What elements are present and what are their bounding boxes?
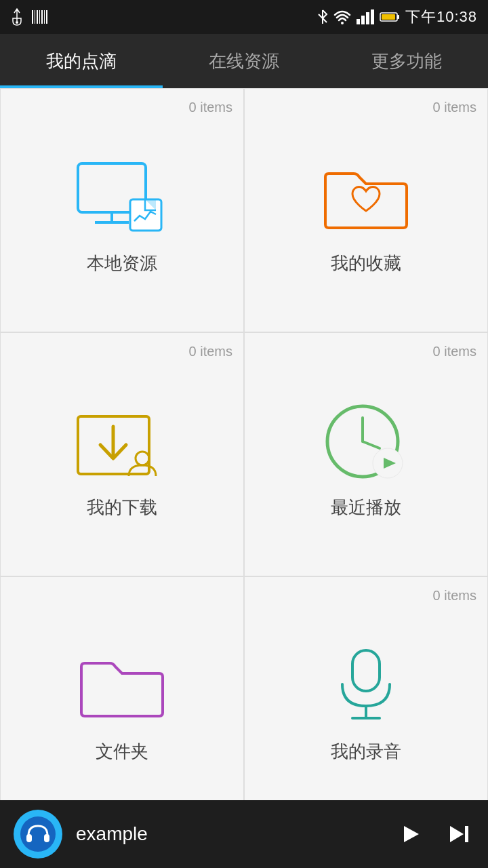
svg-rect-10	[361, 16, 365, 24]
cell-my-downloads[interactable]: 0 items 我的下载	[0, 332, 244, 576]
svg-rect-34	[26, 834, 32, 842]
recording-icon	[319, 645, 413, 726]
svg-rect-11	[366, 12, 369, 24]
cell-my-recording[interactable]: 0 items 我的录音	[244, 576, 488, 821]
svg-marker-36	[404, 826, 419, 842]
player-controls	[394, 819, 474, 849]
battery-icon	[380, 11, 400, 23]
svg-rect-1	[32, 10, 33, 24]
local-items-count: 0 items	[189, 100, 232, 115]
recent-icon	[319, 401, 413, 482]
status-bar: 下午10:38	[0, 0, 488, 34]
tab-bar: 我的点滴 在线资源 更多功能	[0, 34, 488, 88]
player-avatar	[14, 810, 62, 859]
svg-rect-2	[35, 10, 35, 24]
wifi-icon	[333, 9, 351, 24]
status-right-icons: 下午10:38	[317, 7, 477, 27]
play-button[interactable]	[394, 819, 424, 849]
downloads-items-count: 0 items	[189, 344, 232, 359]
usb-icon	[11, 7, 23, 26]
svg-rect-5	[41, 10, 43, 24]
recent-items-count: 0 items	[433, 344, 476, 359]
tab-online[interactable]: 在线资源	[163, 34, 325, 88]
bottom-player: example	[0, 800, 488, 868]
barcode-icon	[31, 9, 47, 25]
status-left-icons	[11, 7, 47, 26]
svg-rect-30	[352, 650, 380, 691]
svg-rect-14	[397, 15, 399, 19]
favorites-items-count: 0 items	[433, 100, 476, 115]
recording-items-count: 0 items	[433, 588, 476, 604]
svg-point-24	[136, 452, 149, 465]
local-content: 本地资源	[12, 121, 232, 332]
svg-marker-37	[450, 826, 464, 842]
downloads-content: 我的下载	[12, 365, 232, 576]
local-label: 本地资源	[87, 252, 157, 275]
svg-rect-4	[39, 10, 40, 24]
cell-local-resources[interactable]: 0 items 本地资源	[0, 88, 244, 332]
svg-rect-7	[46, 10, 47, 24]
downloads-icon	[75, 401, 169, 482]
downloads-label: 我的下载	[87, 496, 157, 519]
main-grid: 0 items 本地资源	[0, 88, 488, 821]
svg-point-8	[341, 22, 344, 24]
next-button[interactable]	[445, 819, 474, 849]
svg-rect-35	[44, 834, 49, 842]
favorites-content: 我的收藏	[256, 121, 476, 332]
svg-rect-6	[44, 10, 45, 24]
recent-label: 最近播放	[331, 496, 401, 519]
svg-rect-15	[382, 14, 395, 20]
cell-recent-play[interactable]: 0 items 最近播放	[244, 332, 488, 576]
tab-more[interactable]: 更多功能	[325, 34, 488, 88]
favorites-icon	[319, 157, 413, 238]
folder-label: 文件夹	[96, 740, 148, 764]
folder-icon	[75, 645, 169, 726]
svg-line-27	[363, 441, 380, 448]
recording-content: 我的录音	[256, 609, 476, 820]
cell-file-folder[interactable]: 文件夹	[0, 576, 244, 821]
svg-rect-12	[371, 9, 374, 24]
svg-rect-38	[465, 826, 468, 842]
time-display: 下午10:38	[405, 7, 477, 27]
favorites-label: 我的收藏	[331, 252, 401, 275]
tab-my-didi[interactable]: 我的点滴	[0, 34, 163, 88]
svg-point-33	[20, 816, 56, 852]
svg-rect-9	[357, 19, 360, 24]
bluetooth-icon	[317, 9, 328, 25]
cell-my-favorites[interactable]: 0 items 我的收藏	[244, 88, 488, 332]
svg-point-0	[16, 21, 18, 24]
player-title: example	[76, 823, 394, 845]
folder-content: 文件夹	[12, 608, 232, 820]
recent-content: 最近播放	[256, 365, 476, 576]
svg-rect-3	[37, 10, 38, 24]
recording-label: 我的录音	[331, 740, 401, 764]
signal-icon	[357, 9, 374, 24]
local-icon	[75, 157, 169, 238]
